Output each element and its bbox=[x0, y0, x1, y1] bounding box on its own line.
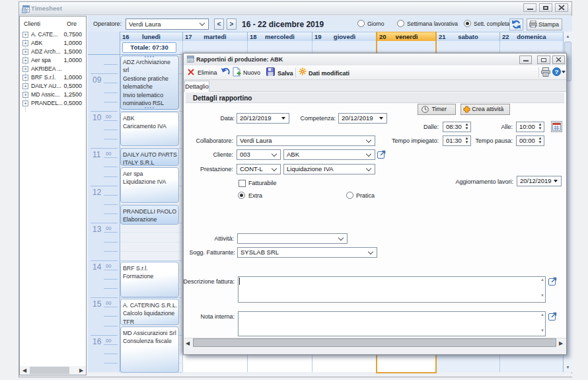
svg-text:?: ? bbox=[555, 68, 559, 75]
